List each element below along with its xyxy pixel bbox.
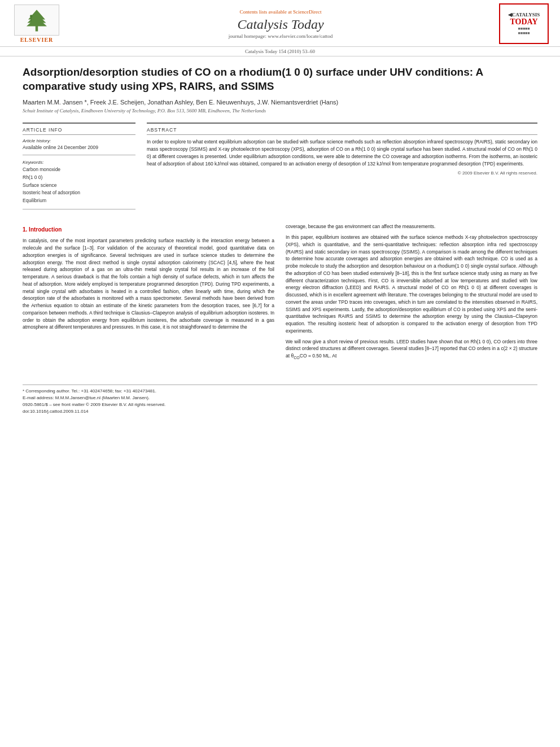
svg-point-4 <box>30 15 33 18</box>
journal-header-center: Contents lists available at ScienceDirec… <box>62 9 499 39</box>
journal-title: Catalysis Today <box>73 17 488 32</box>
article-info-label: ARTICLE INFO <box>23 127 135 135</box>
intro-col2-p2: In this paper, equilibrium isosteres are… <box>286 234 537 335</box>
main-content: Adsorption/desorption studies of CO on a… <box>0 56 560 375</box>
keywords-label: Keywords: <box>23 160 135 165</box>
body-col-left: 1. Introduction In catalysis, one of the… <box>23 223 274 364</box>
keywords-list: Carbon monoxide Rh(1 0 0) Surface scienc… <box>23 166 135 204</box>
intro-col2-p1: coverage, because the gas environment ca… <box>286 223 537 230</box>
footnote-1: * Corresponding author. Tel.: +31 402474… <box>23 388 537 394</box>
abstract-col: ABSTRACT In order to explore to what ext… <box>147 123 537 214</box>
footnote-3: 0920-5861/$ – see front matter © 2009 El… <box>23 402 537 407</box>
keyword-4: Isosteric heat of adsorption <box>23 189 135 197</box>
keyword-5: Equilibrium <box>23 197 135 205</box>
abstract-text: In order to explore to what extent equil… <box>147 138 537 167</box>
abstract-label: ABSTRACT <box>147 127 537 135</box>
footnote-2: E-mail address: M.M.M.Jansen@tue.nl (Maa… <box>23 395 537 400</box>
keyword-3: Surface science <box>23 182 135 190</box>
journal-ref: Catalysis Today 154 (2010) 53–60 <box>0 47 560 56</box>
article-title: Adsorption/desorption studies of CO on a… <box>23 65 537 93</box>
article-meta-row: ARTICLE INFO Article history: Available … <box>23 123 537 214</box>
article-info-col: ARTICLE INFO Article history: Available … <box>23 123 135 214</box>
body-text: 1. Introduction In catalysis, one of the… <box>23 223 537 364</box>
contents-line: Contents lists available at ScienceDirec… <box>73 9 488 15</box>
catalysis-logo: ◀CATALYSIS TODAY ■■■■■■■■■■ <box>499 3 549 44</box>
intro-p1: In catalysis, one of the most important … <box>23 237 274 331</box>
sciencedirect-link[interactable]: ScienceDirect <box>293 9 321 15</box>
elsevier-logo: ELSEVIER <box>11 5 62 43</box>
available-online: Available online 24 December 2009 <box>23 145 135 150</box>
section1-heading: 1. Introduction <box>23 225 274 234</box>
svg-rect-0 <box>36 25 38 32</box>
authors: Maarten M.M. Jansen *, Freek J.E. Scheij… <box>23 99 537 106</box>
article-history-label: Article history: <box>23 138 135 143</box>
footnote-area: * Corresponding author. Tel.: +31 402474… <box>23 385 537 414</box>
body-col-right: coverage, because the gas environment ca… <box>286 223 537 364</box>
footnote-4: doi:10.1016/j.cattod.2009.11.014 <box>23 409 537 414</box>
copyright: © 2009 Elsevier B.V. All rights reserved… <box>147 171 537 176</box>
elsevier-text: ELSEVIER <box>20 37 54 43</box>
keyword-1: Carbon monoxide <box>23 166 135 174</box>
intro-col2-p3: We will now give a short review of previ… <box>286 338 537 361</box>
journal-header: ELSEVIER Contents lists available at Sci… <box>0 0 560 56</box>
affiliation: Schuit Institute of Catalysis, Eindhoven… <box>23 108 537 113</box>
journal-homepage: journal homepage: www.elsevier.com/locat… <box>73 33 488 39</box>
keyword-2: Rh(1 0 0) <box>23 174 135 182</box>
